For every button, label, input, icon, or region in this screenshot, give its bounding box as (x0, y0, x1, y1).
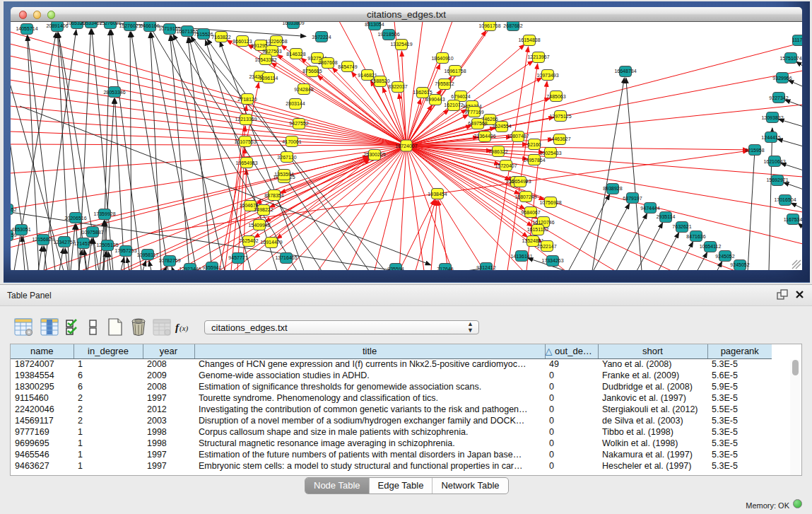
svg-text:9355941: 9355941 (202, 265, 221, 270)
svg-text:18640910: 18640910 (431, 56, 453, 61)
svg-text:7515526: 7515526 (194, 32, 213, 37)
svg-text:17359928: 17359928 (93, 211, 115, 216)
svg-text:8756685: 8756685 (302, 69, 322, 74)
svg-text:9312412: 9312412 (476, 265, 495, 270)
svg-text:8322037: 8322037 (388, 84, 407, 89)
svg-text:16033809: 16033809 (282, 22, 304, 25)
svg-text:6497568: 6497568 (468, 121, 487, 126)
svg-text:7163822: 7163822 (211, 35, 230, 40)
svg-text:(x): (x) (180, 324, 189, 333)
svg-text:9242848: 9242848 (294, 87, 313, 92)
svg-text:13226058: 13226058 (265, 39, 287, 44)
svg-text:3572224: 3572224 (312, 35, 331, 40)
svg-text:28053346: 28053346 (103, 90, 125, 95)
svg-text:1353594: 1353594 (274, 172, 293, 177)
svg-text:10975887: 10975887 (81, 230, 103, 235)
svg-text:16961758: 16961758 (444, 69, 466, 74)
svg-text:8660123: 8660123 (233, 39, 252, 44)
svg-text:9427552: 9427552 (289, 121, 308, 126)
svg-text:15276021: 15276021 (99, 22, 121, 25)
svg-text:9827503: 9827503 (262, 49, 281, 54)
svg-text:4853051: 4853051 (11, 227, 30, 232)
svg-text:10756928: 10756928 (539, 200, 561, 205)
svg-text:10961768: 10961768 (478, 23, 500, 28)
svg-text:1588520: 1588520 (370, 78, 389, 83)
svg-text:12156829: 12156829 (32, 237, 54, 242)
svg-text:10782759: 10782759 (158, 258, 180, 263)
svg-text:8813054: 8813054 (365, 22, 384, 27)
svg-text:15276021: 15276021 (119, 23, 141, 28)
svg-text:16210643: 16210643 (763, 159, 785, 164)
svg-text:717646: 717646 (437, 267, 453, 270)
svg-text:935594: 935594 (387, 267, 404, 270)
svg-text:14055714: 14055714 (16, 26, 37, 31)
svg-text:3624554: 3624554 (492, 124, 511, 129)
svg-text:6794024: 6794024 (451, 94, 470, 99)
svg-text:16151132: 16151132 (527, 227, 549, 232)
svg-text:1621072: 1621072 (444, 103, 463, 107)
svg-text:8146328: 8146328 (286, 52, 305, 57)
svg-text:1244415: 1244415 (761, 135, 780, 140)
svg-text:10025433: 10025433 (539, 151, 561, 156)
svg-text:8215958: 8215958 (745, 148, 764, 153)
svg-text:9457771: 9457771 (228, 255, 247, 260)
svg-text:9777169: 9777169 (464, 110, 483, 115)
svg-text:13325419: 13325419 (390, 42, 412, 47)
svg-text:2687682: 2687682 (503, 23, 522, 28)
svg-text:4170061: 4170061 (282, 139, 301, 144)
svg-text:11178: 11178 (792, 37, 802, 42)
svg-text:8471636: 8471636 (686, 234, 705, 239)
svg-text:19218506: 19218506 (377, 32, 399, 37)
svg-text:9329966: 9329966 (772, 76, 792, 81)
svg-text:8454749: 8454749 (338, 64, 357, 69)
svg-text:14136141: 14136141 (510, 254, 532, 259)
svg-text:9245052: 9245052 (715, 254, 734, 259)
svg-text:15720407: 15720407 (495, 163, 517, 168)
svg-text:16154838: 16154838 (518, 37, 540, 42)
svg-text:13716465: 13716465 (275, 255, 297, 260)
svg-text:21364436: 21364436 (473, 134, 495, 139)
svg-text:10654923: 10654923 (509, 179, 531, 184)
svg-text:8990443: 8990443 (425, 97, 445, 102)
svg-text:3498222: 3498222 (254, 207, 273, 212)
svg-text:1938454: 1938454 (428, 192, 447, 197)
svg-text:7955812: 7955812 (435, 81, 454, 86)
svg-text:14957864: 14957864 (523, 158, 545, 163)
svg-text:20206516: 20206516 (64, 216, 86, 221)
svg-text:12093832: 12093832 (761, 115, 783, 120)
svg-text:6879197: 6879197 (623, 196, 642, 201)
svg-text:3267130: 3267130 (277, 155, 296, 160)
svg-text:2867608: 2867608 (318, 60, 337, 65)
svg-text:19654923: 19654923 (235, 160, 257, 165)
svg-text:1167534: 1167534 (784, 217, 802, 222)
svg-text:7632621: 7632621 (672, 224, 691, 229)
svg-text:10543382: 10543382 (254, 57, 276, 62)
svg-text:2620652: 2620652 (11, 207, 17, 212)
svg-text:14463627: 14463627 (548, 136, 570, 141)
svg-text:17334263: 17334263 (541, 258, 563, 263)
svg-text:15692971: 15692971 (766, 177, 788, 182)
svg-text:9227342: 9227342 (769, 95, 788, 100)
svg-text:15409948: 15409948 (248, 223, 270, 228)
svg-text:17016504: 17016504 (774, 197, 796, 202)
svg-text:12342757: 12342757 (53, 240, 75, 245)
svg-text:20891406: 20891406 (46, 23, 68, 28)
svg-text:62160: 62160 (527, 142, 541, 147)
svg-text:17957253: 17957253 (114, 248, 136, 253)
svg-text:7485063: 7485063 (546, 94, 565, 99)
svg-text:2935114: 2935114 (657, 214, 676, 219)
svg-text:9245052: 9245052 (730, 262, 749, 267)
svg-text:10654112: 10654112 (700, 244, 722, 249)
svg-text:18807249: 18807249 (514, 194, 536, 199)
svg-text:12505135: 12505135 (96, 243, 118, 247)
svg-text:16120746: 16120746 (532, 220, 554, 225)
svg-text:18724007: 18724007 (395, 144, 417, 148)
svg-text:13524851: 13524851 (522, 238, 543, 243)
svg-text:16914479: 16914479 (260, 240, 282, 245)
svg-text:10958117: 10958117 (137, 252, 159, 257)
svg-text:9474444: 9474444 (640, 206, 659, 211)
svg-text:12213369: 12213369 (235, 117, 257, 122)
svg-text:1362615: 1362615 (413, 90, 432, 95)
svg-text:8878354: 8878354 (264, 193, 283, 198)
svg-text:2803144: 2803144 (286, 101, 305, 106)
